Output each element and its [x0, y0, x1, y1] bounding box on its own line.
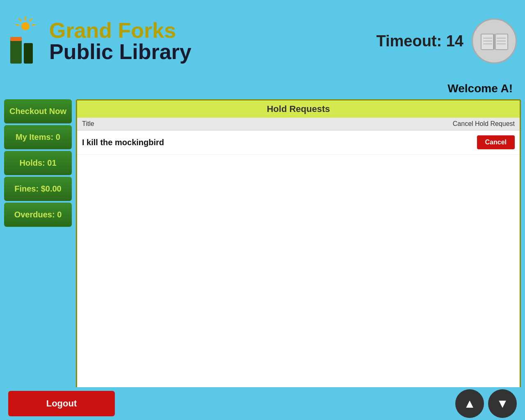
svg-line-3 — [19, 18, 21, 21]
panel-title: Hold Requests — [77, 100, 520, 118]
library-logo — [8, 14, 45, 68]
hold-row: I kill the mockingbird Cancel — [77, 130, 520, 155]
library-name-line2: Public Library — [49, 41, 192, 62]
my-items-button[interactable]: My Items: 0 — [4, 125, 72, 149]
svg-line-4 — [16, 25, 19, 25]
logout-button[interactable]: Logout — [8, 391, 115, 416]
overdues-button[interactable]: Overdues: 0 — [4, 203, 72, 227]
panel-column-header: Title Cancel Hold Request — [77, 118, 520, 130]
content-panel: Hold Requests Title Cancel Hold Request … — [76, 99, 521, 417]
svg-line-1 — [30, 18, 32, 21]
holds-button[interactable]: Holds: 01 — [4, 151, 72, 175]
logo-area: Grand Forks Public Library — [8, 14, 192, 68]
svg-line-2 — [32, 25, 35, 25]
scroll-down-button[interactable]: ▼ — [488, 389, 517, 418]
sidebar: Checkout Now My Items: 0 Holds: 01 Fines… — [4, 99, 72, 417]
nav-buttons: ▲ ▼ — [455, 389, 517, 418]
header: Grand Forks Public Library Timeout: 14 — [0, 0, 525, 82]
column-title: Title — [82, 120, 94, 128]
svg-rect-8 — [10, 37, 22, 41]
book-icon — [472, 18, 517, 64]
header-right: Timeout: 14 — [376, 18, 517, 64]
svg-rect-9 — [481, 34, 493, 50]
svg-rect-7 — [24, 43, 33, 64]
column-action: Cancel Hold Request — [453, 120, 515, 128]
svg-point-5 — [21, 22, 30, 30]
fines-button[interactable]: Fines: $0.00 — [4, 177, 72, 201]
welcome-bar: Welcome A! — [0, 82, 525, 99]
timeout-display: Timeout: 14 — [376, 32, 463, 50]
checkout-now-button[interactable]: Checkout Now — [4, 99, 72, 123]
main-layout: Checkout Now My Items: 0 Holds: 01 Fines… — [0, 99, 525, 417]
scroll-up-button[interactable]: ▲ — [455, 389, 484, 418]
panel-body: I kill the mockingbird Cancel — [77, 130, 520, 415]
svg-rect-10 — [495, 34, 508, 50]
bottom-bar: Logout ▲ ▼ — [0, 387, 525, 420]
welcome-text: Welcome A! — [447, 82, 513, 95]
library-name: Grand Forks Public Library — [49, 20, 192, 62]
library-name-line1: Grand Forks — [49, 20, 192, 41]
cancel-hold-button[interactable]: Cancel — [477, 135, 515, 149]
hold-title: I kill the mockingbird — [82, 138, 164, 147]
